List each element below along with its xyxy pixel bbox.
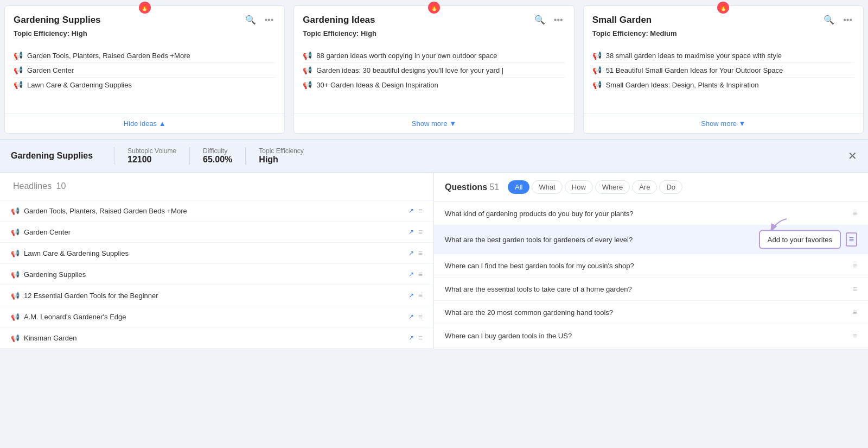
stat-label-efficiency: Topic Efficiency xyxy=(259,147,303,155)
card-gardening-ideas: 🔥 Gardening Ideas 🔍 ••• Topic Efficiency… xyxy=(293,5,574,134)
card-body-2: 📢 88 garden ideas worth copying in your … xyxy=(294,43,573,113)
question-row-5: Where can I buy garden tools in the US? … xyxy=(434,324,868,348)
top-cards-section: 🔥 Gardening Supplies 🔍 ••• Topic Efficie… xyxy=(0,0,868,139)
list-action-icon[interactable]: ≡ xyxy=(418,228,423,236)
card-item-3-2: 📢 Small Garden Ideas: Design, Plants & I… xyxy=(592,78,854,92)
megaphone-icon: 📢 xyxy=(11,207,20,215)
megaphone-icon: 📢 xyxy=(11,228,20,236)
card-efficiency-2: Topic Efficiency: High xyxy=(294,28,573,43)
megaphone-icon: 📢 xyxy=(592,51,602,60)
search-btn-3[interactable]: 🔍 xyxy=(821,14,837,26)
question-action-3[interactable]: ≡ xyxy=(853,285,857,293)
card-title-3: Small Garden xyxy=(592,15,652,26)
megaphone-icon: 📢 xyxy=(11,313,20,321)
headline-text-4: 12 Essential Garden Tools for the Beginn… xyxy=(24,292,402,300)
search-btn-1[interactable]: 🔍 xyxy=(243,14,258,26)
questions-count: 51 xyxy=(489,182,499,192)
external-link-icon[interactable]: ↗ xyxy=(409,228,414,236)
more-btn-2[interactable]: ••• xyxy=(552,14,565,26)
filter-all[interactable]: All xyxy=(508,180,529,194)
card-actions-2: 🔍 ••• xyxy=(532,14,565,26)
add-to-favorites-icon[interactable]: ≡ xyxy=(846,232,857,247)
stat-topic-efficiency: Topic Efficiency High xyxy=(245,147,316,165)
close-panel-button[interactable]: ✕ xyxy=(848,149,857,162)
external-link-icon[interactable]: ↗ xyxy=(409,207,414,214)
questions-header: Questions 51 All What How Where Are Do xyxy=(434,173,868,202)
question-row-1: What are the best garden tools for garde… xyxy=(434,225,868,254)
filter-what[interactable]: What xyxy=(532,180,562,194)
megaphone-icon: 📢 xyxy=(303,51,312,60)
headline-row-4: 📢 12 Essential Garden Tools for the Begi… xyxy=(0,285,433,306)
search-btn-2[interactable]: 🔍 xyxy=(532,14,547,26)
card-item-2-0: 📢 88 garden ideas worth copying in your … xyxy=(303,48,565,63)
list-action-icon[interactable]: ≡ xyxy=(418,206,423,215)
headlines-count: 10 xyxy=(56,181,66,191)
headline-row-0: 📢 Garden Tools, Planters, Raised Garden … xyxy=(0,200,433,222)
list-action-icon[interactable]: ≡ xyxy=(418,249,423,257)
external-link-icon[interactable]: ↗ xyxy=(409,313,414,320)
stat-label-difficulty: Difficulty xyxy=(203,147,232,155)
card-item-3-0: 📢 38 small garden ideas to maximise your… xyxy=(592,48,854,63)
megaphone-icon: 📢 xyxy=(11,292,20,300)
list-action-icon[interactable]: ≡ xyxy=(418,270,423,279)
bottom-panel-title: Gardening Supplies xyxy=(11,151,98,161)
headline-text-5: A.M. Leonard's Gardener's Edge xyxy=(24,313,402,321)
card-footer-3[interactable]: Show more ▼ xyxy=(584,113,863,133)
filter-where[interactable]: Where xyxy=(595,180,630,194)
more-btn-1[interactable]: ••• xyxy=(263,14,276,26)
list-action-icon[interactable]: ≡ xyxy=(418,312,423,321)
card-item-2-1: 📢 Garden ideas: 30 beautiful designs you… xyxy=(303,63,565,78)
list-action-icon[interactable]: ≡ xyxy=(418,333,423,342)
card-footer-1[interactable]: Hide ideas ▲ xyxy=(5,113,284,133)
card-item-1-2: 📢 Lawn Care & Gardening Supplies xyxy=(14,78,276,92)
megaphone-icon: 📢 xyxy=(592,80,602,89)
megaphone-icon: 📢 xyxy=(14,66,23,74)
question-action-0[interactable]: ≡ xyxy=(853,209,857,218)
stat-difficulty: Difficulty 65.00% xyxy=(189,147,245,165)
card-actions-3: 🔍 ••• xyxy=(821,14,854,26)
headlines-title: Headlines xyxy=(13,181,52,191)
fire-badge-1: 🔥 xyxy=(139,2,151,14)
headline-row-5: 📢 A.M. Leonard's Gardener's Edge ↗ ≡ xyxy=(0,306,433,327)
question-action-4[interactable]: ≡ xyxy=(853,308,857,317)
headlines-header: Headlines 10 xyxy=(0,173,433,200)
stat-value-difficulty: 65.00% xyxy=(203,155,232,165)
external-link-icon[interactable]: ↗ xyxy=(409,270,414,278)
card-actions-1: 🔍 ••• xyxy=(243,14,276,26)
filter-are[interactable]: Are xyxy=(632,180,657,194)
favorites-action-group: Add to your favorites ≡ xyxy=(846,232,857,247)
headline-row-3: 📢 Gardening Supplies ↗ ≡ xyxy=(0,264,433,285)
filter-how[interactable]: How xyxy=(565,180,593,194)
question-action-2[interactable]: ≡ xyxy=(853,261,857,270)
card-footer-2[interactable]: Show more ▼ xyxy=(294,113,573,133)
favorites-tooltip: Add to your favorites xyxy=(759,230,841,249)
stat-subtopic-volume: Subtopic Volume 12100 xyxy=(114,147,189,165)
headline-text-2: Lawn Care & Gardening Supplies xyxy=(24,249,402,257)
headline-text-3: Gardening Supplies xyxy=(24,270,402,279)
filter-do[interactable]: Do xyxy=(659,180,682,194)
card-item-1-1: 📢 Garden Center xyxy=(14,63,276,78)
external-link-icon[interactable]: ↗ xyxy=(409,334,414,342)
more-btn-3[interactable]: ••• xyxy=(841,14,854,26)
megaphone-icon: 📢 xyxy=(303,80,312,89)
card-body-1: 📢 Garden Tools, Planters, Raised Garden … xyxy=(5,43,284,113)
card-item-1-0: 📢 Garden Tools, Planters, Raised Garden … xyxy=(14,48,276,63)
headline-text-1: Garden Center xyxy=(24,228,402,236)
card-title-2: Gardening Ideas xyxy=(303,15,375,26)
main-content: Headlines 10 📢 Garden Tools, Planters, R… xyxy=(0,172,868,349)
card-item-2-2: 📢 30+ Garden Ideas & Design Inspiration xyxy=(303,78,565,92)
card-item-3-1: 📢 51 Beautiful Small Garden Ideas for Yo… xyxy=(592,63,854,78)
headline-text-0: Garden Tools, Planters, Raised Garden Be… xyxy=(24,207,402,215)
external-link-icon[interactable]: ↗ xyxy=(409,292,414,299)
megaphone-icon: 📢 xyxy=(14,51,23,60)
question-text-3: What are the essential tools to take car… xyxy=(445,285,848,293)
megaphone-icon: 📢 xyxy=(592,66,602,74)
external-link-icon[interactable]: ↗ xyxy=(409,249,414,257)
headline-row-2: 📢 Lawn Care & Gardening Supplies ↗ ≡ xyxy=(0,243,433,264)
list-action-icon[interactable]: ≡ xyxy=(418,291,423,300)
question-row-4: What are the 20 most common gardening ha… xyxy=(434,301,868,324)
question-row-2: Where can I find the best garden tools f… xyxy=(434,254,868,277)
fire-badge-2: 🔥 xyxy=(428,2,440,14)
question-action-5[interactable]: ≡ xyxy=(853,331,857,340)
headline-row-6: 📢 Kinsman Garden ↗ ≡ xyxy=(0,327,433,349)
